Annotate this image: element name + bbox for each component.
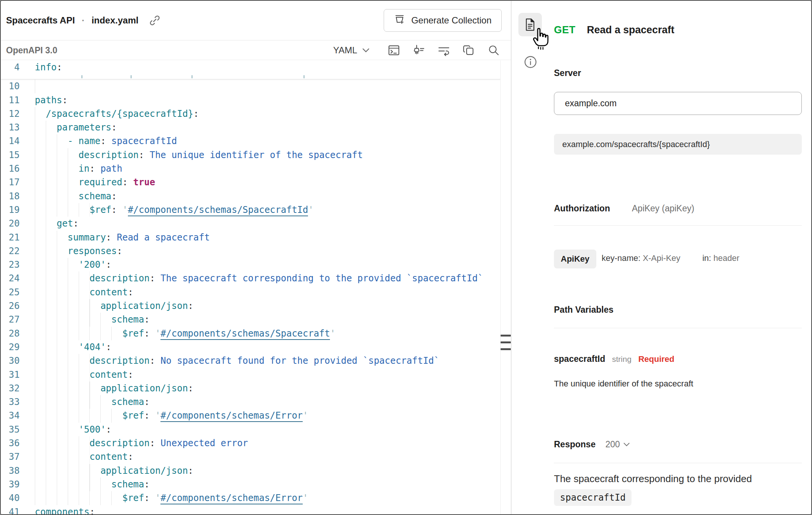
code-line[interactable]: 31 content: <box>1 368 500 382</box>
panel-resize-handle[interactable] <box>501 341 511 343</box>
line-number: 18 <box>1 189 24 203</box>
line-number: 16 <box>1 162 24 175</box>
copy-icon[interactable] <box>462 44 475 57</box>
clipped-text-fragment <box>303 75 305 78</box>
code-text: application/json: <box>24 464 500 478</box>
operation-title: Read a spacecraft <box>587 24 674 36</box>
code-line[interactable]: 4info: <box>1 60 500 74</box>
clipped-text-fragment <box>191 75 193 78</box>
line-number: 37 <box>1 450 24 464</box>
code-line[interactable]: 22 responses: <box>1 244 500 258</box>
code-line[interactable]: 26 application/json: <box>1 299 500 313</box>
response-status-value: 200 <box>605 439 620 450</box>
code-line[interactable]: 11paths: <box>1 93 500 107</box>
code-line[interactable]: 28 $ref: '#/components/schemas/Spacecraf… <box>1 327 500 340</box>
code-text: paths: <box>24 93 500 107</box>
code-line[interactable]: 30 description: No spacecraft found for … <box>1 354 500 368</box>
line-number: 13 <box>1 121 24 134</box>
code-text: schema: <box>24 478 500 491</box>
line-number: 28 <box>1 327 24 340</box>
code-text: components: <box>24 505 500 515</box>
line-number: 26 <box>1 299 24 313</box>
language-selector[interactable]: YAML <box>333 45 369 56</box>
info-icon[interactable] <box>524 55 537 69</box>
code-line[interactable]: 12 /spacecrafts/{spacecraftId}: <box>1 107 500 121</box>
code-line[interactable]: 33 schema: <box>1 395 500 409</box>
code-line[interactable]: 15 description: The unique identifier of… <box>1 148 500 162</box>
line-number: 22 <box>1 244 24 258</box>
response-code-reference: spacecraftId <box>554 489 632 506</box>
console-icon[interactable] <box>387 44 400 57</box>
line-number: 27 <box>1 313 24 326</box>
line-number: 38 <box>1 464 24 478</box>
code-line[interactable]: 17 required: true <box>1 175 500 189</box>
code-line[interactable]: 14 - name: spacecraftId <box>1 134 500 148</box>
code-editor[interactable]: 4info: 1011paths:12 /spacecrafts/{spacec… <box>1 60 500 515</box>
code-line[interactable]: 35 '500': <box>1 423 500 436</box>
code-line[interactable]: 20 get: <box>1 217 500 230</box>
sticky-scroll-line[interactable]: 4info: <box>1 60 500 79</box>
code-line[interactable]: 37 content: <box>1 450 500 464</box>
line-number: 17 <box>1 175 24 189</box>
code-line[interactable]: 23 '200': <box>1 258 500 271</box>
response-heading: Response <box>554 439 596 450</box>
code-text: description: Unexpected error <box>24 436 500 450</box>
code-text: /spacecrafts/{spacecraftId}: <box>24 107 500 121</box>
line-number: 4 <box>1 60 24 74</box>
code-line[interactable]: 21 summary: Read a spacecraft <box>1 231 500 244</box>
code-line[interactable]: 32 application/json: <box>1 382 500 395</box>
chevron-down-icon <box>624 442 630 447</box>
code-line[interactable]: 16 in: path <box>1 162 500 175</box>
line-number: 33 <box>1 395 24 409</box>
spec-version-label: OpenAPI 3.0 <box>6 45 57 56</box>
code-line[interactable]: 19 $ref: '#/components/schemas/Spacecraf… <box>1 203 500 217</box>
authorization-type: ApiKey (apiKey) <box>632 203 694 214</box>
code-line[interactable]: 24 description: The spacecraft correspon… <box>1 271 500 285</box>
url-preview: example.com/spacecrafts/{spacecraftId} <box>554 134 802 155</box>
code-line[interactable]: 29 '404': <box>1 340 500 354</box>
code-text: $ref: '#/components/schemas/SpacecraftId… <box>24 203 500 217</box>
code-line[interactable]: 38 application/json: <box>1 464 500 478</box>
code-line[interactable]: 41components: <box>1 505 500 515</box>
key-name-value: X-Api-Key <box>643 253 680 263</box>
code-text: summary: Read a spacecraft <box>24 231 500 244</box>
line-number: 41 <box>1 505 24 515</box>
code-line[interactable]: 34 $ref: '#/components/schemas/Error' <box>1 409 500 422</box>
code-text: '200': <box>24 258 500 271</box>
apikey-badge: ApiKey <box>554 250 596 268</box>
code-line[interactable]: 10 <box>1 79 500 93</box>
panel-resize-handle[interactable] <box>501 335 511 337</box>
generate-collection-button[interactable]: Generate Collection <box>384 9 502 32</box>
server-input[interactable] <box>554 92 802 115</box>
response-status-dropdown[interactable]: 200 <box>605 439 630 450</box>
line-number: 40 <box>1 491 24 505</box>
code-line[interactable]: 39 schema: <box>1 478 500 491</box>
documentation-panel: GET Read a spacecraft Server example.com… <box>512 1 812 515</box>
code-line[interactable]: 36 description: Unexpected error <box>1 436 500 450</box>
panel-resize-handle[interactable] <box>501 348 511 350</box>
line-number: 39 <box>1 478 24 491</box>
line-number: 11 <box>1 93 24 107</box>
wrap-text-icon[interactable] <box>437 44 450 57</box>
line-number: 32 <box>1 382 24 395</box>
code-line[interactable]: 40 $ref: '#/components/schemas/Error' <box>1 491 500 505</box>
search-icon[interactable] <box>487 44 500 57</box>
link-icon[interactable] <box>148 14 161 27</box>
code-text: in: path <box>24 162 500 175</box>
code-line[interactable]: 25 content: <box>1 285 500 299</box>
line-number: 15 <box>1 148 24 162</box>
code-text: schema: <box>24 313 500 326</box>
code-text: '500': <box>24 423 500 436</box>
code-text: $ref: '#/components/schemas/Spacecraft' <box>24 327 500 340</box>
code-line[interactable]: 13 parameters: <box>1 121 500 134</box>
code-text: info: <box>24 60 500 74</box>
code-line[interactable]: 27 schema: <box>1 313 500 326</box>
line-number: 31 <box>1 368 24 382</box>
language-selector-value: YAML <box>333 45 357 56</box>
line-number: 10 <box>1 79 24 93</box>
beautify-icon[interactable] <box>412 44 425 57</box>
method-badge: GET <box>554 24 576 36</box>
clipped-code-line <box>1 74 500 79</box>
code-text: description: The unique identifier of th… <box>24 148 500 162</box>
code-line[interactable]: 18 schema: <box>1 189 500 203</box>
